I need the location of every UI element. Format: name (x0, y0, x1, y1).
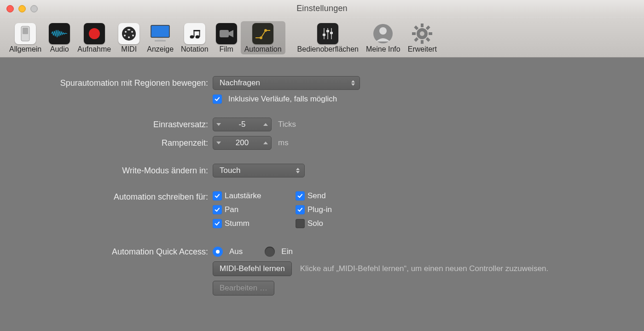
svg-rect-27 (330, 32, 333, 34)
svg-rect-37 (414, 25, 419, 30)
svg-point-6 (124, 35, 126, 36)
stepper-up-icon[interactable] (260, 142, 271, 144)
snap-offset-label: Einrastversatz: (14, 120, 213, 130)
select-value: Nachfragen (220, 78, 260, 88)
tab-label: Anzeige (147, 45, 174, 53)
midi-icon (118, 23, 139, 44)
svg-rect-25 (323, 34, 325, 36)
include-gradients-checkbox[interactable] (213, 95, 222, 104)
write-for-label: Automation schreiben für: (14, 191, 213, 202)
titlebar: Einstellungen (0, 0, 644, 18)
svg-point-39 (420, 31, 424, 36)
quick-access-on-radio[interactable] (265, 247, 275, 257)
quick-access-off-label: Aus (229, 247, 243, 256)
person-icon (372, 23, 394, 44)
tab-label: Automation (244, 45, 282, 53)
solo-checkbox[interactable] (296, 219, 305, 228)
svg-rect-33 (412, 32, 416, 35)
tab-midi[interactable]: MIDI (115, 21, 143, 54)
svg-rect-1 (23, 28, 28, 34)
svg-point-7 (132, 35, 134, 36)
snap-offset-unit: Ticks (278, 120, 296, 129)
tab-my-info[interactable]: Meine Info (362, 21, 404, 54)
stepper-down-icon[interactable] (213, 142, 224, 144)
svg-rect-36 (414, 37, 419, 42)
tab-label: Allgemein (9, 45, 41, 53)
volume-label: Lautstärke (225, 191, 261, 201)
tab-notation[interactable]: Notation (177, 21, 212, 54)
tab-automation[interactable]: Automation (241, 21, 285, 54)
snap-offset-stepper[interactable]: -5 (213, 118, 272, 131)
svg-rect-9 (128, 29, 130, 30)
tab-general[interactable]: Allgemein (6, 21, 45, 54)
quick-access-label: Automation Quick Access: (14, 247, 213, 257)
tab-display[interactable]: Anzeige (143, 21, 177, 54)
svg-rect-13 (187, 26, 203, 41)
move-automation-select[interactable]: Nachfragen (213, 76, 360, 90)
mute-label: Stumm (225, 219, 249, 228)
display-icon (150, 23, 171, 44)
preferences-toolbar: Allgemein Audio Aufnahme MIDI Anzeige (0, 18, 644, 58)
waveform-icon (49, 23, 70, 44)
notation-icon (184, 23, 205, 44)
pan-label: Pan (225, 205, 238, 214)
updown-icon (350, 80, 356, 86)
automation-pane: Spurautomation mit Regionen bewegen: Nac… (0, 58, 644, 314)
learn-midi-hint: Klicke auf „MIDI-Befehl lernen“, um eine… (300, 264, 549, 273)
svg-point-8 (128, 36, 130, 38)
svg-point-2 (89, 28, 100, 39)
svg-rect-35 (426, 25, 430, 30)
ramp-time-label: Rampenzeit: (14, 138, 213, 148)
tab-label: Erweitert (408, 45, 437, 53)
tab-label: Aufnahme (77, 45, 111, 53)
learn-midi-button[interactable]: MIDI-Befehl lernen (213, 261, 292, 276)
tab-label: Meine Info (366, 45, 400, 53)
svg-rect-26 (326, 30, 329, 32)
send-label: Send (307, 191, 326, 201)
tab-control-surfaces[interactable]: Bedienoberflächen (294, 21, 362, 54)
ramp-time-unit: ms (278, 138, 289, 148)
svg-point-5 (131, 31, 133, 33)
quick-access-off-radio[interactable] (213, 247, 223, 257)
svg-rect-23 (327, 28, 328, 39)
window-title: Einstellungen (0, 4, 644, 13)
ramp-time-stepper[interactable]: 200 (213, 136, 272, 150)
stepper-down-icon[interactable] (213, 123, 224, 126)
svg-rect-31 (421, 24, 424, 27)
tab-advanced[interactable]: Erweitert (404, 21, 441, 54)
tab-label: Film (220, 45, 233, 53)
quick-access-on-label: Ein (281, 247, 293, 256)
svg-rect-12 (155, 40, 166, 41)
mute-checkbox[interactable] (213, 219, 222, 228)
stepper-up-icon[interactable] (260, 123, 271, 126)
write-mode-select[interactable]: Touch (213, 164, 305, 177)
svg-point-16 (195, 35, 199, 39)
tab-label: Notation (181, 45, 209, 53)
plugin-checkbox[interactable] (296, 205, 305, 214)
svg-rect-19 (220, 30, 229, 37)
svg-point-4 (125, 31, 127, 33)
pan-checkbox[interactable] (213, 205, 222, 214)
tab-record[interactable]: Aufnahme (74, 21, 115, 54)
svg-rect-18 (193, 30, 200, 31)
automation-icon (252, 23, 273, 44)
tab-label: Bedienoberflächen (297, 45, 359, 53)
tab-label: MIDI (121, 45, 137, 53)
edit-button: Bearbeiten … (213, 281, 274, 296)
svg-rect-34 (429, 32, 432, 35)
preferences-window: Einstellungen Allgemein Audio Aufnahme (0, 0, 644, 331)
gear-icon (412, 23, 433, 44)
plugin-label: Plug-in (307, 205, 332, 214)
switch-icon (15, 23, 36, 44)
svg-rect-38 (426, 37, 430, 42)
send-checkbox[interactable] (296, 191, 305, 201)
write-mode-label: Write-Modus ändern in: (14, 166, 213, 176)
svg-point-14 (190, 35, 194, 39)
tab-film[interactable]: Film (212, 21, 241, 54)
tab-audio[interactable]: Audio (45, 21, 74, 54)
svg-rect-32 (421, 40, 424, 44)
volume-checkbox[interactable] (213, 191, 222, 201)
include-gradients-label: Inklusive Verläufe, falls möglich (228, 95, 337, 104)
tab-label: Audio (50, 45, 69, 53)
svg-point-29 (379, 27, 387, 35)
